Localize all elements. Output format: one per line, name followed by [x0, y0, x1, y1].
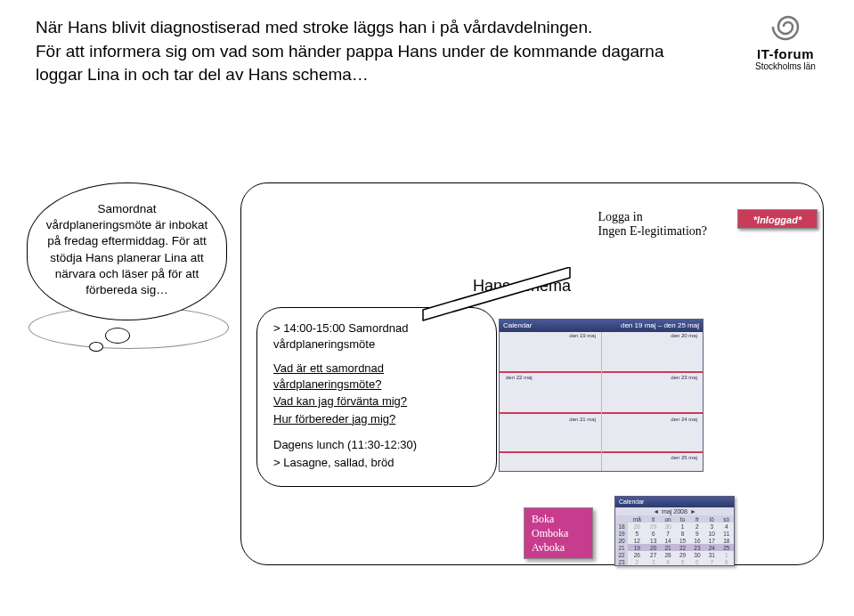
- cancel-link[interactable]: Avboka: [532, 540, 585, 555]
- faq-link-2[interactable]: Vad kan jag förvänta mig?: [273, 394, 407, 408]
- week-cal-range: den 19 maj – den 25 maj: [621, 320, 699, 332]
- logged-in-badge: *Inloggad*: [737, 209, 817, 229]
- prev-month-icon[interactable]: ◄: [653, 508, 659, 515]
- faq-link-1[interactable]: Vad är ett samordnad vårdplaneringsmöte?: [273, 361, 384, 391]
- booking-box: Boka Omboka Avboka: [524, 507, 593, 559]
- logo: IT-forum Stockholms län: [736, 9, 834, 71]
- spiral-icon: [736, 9, 834, 45]
- thought-bubble: Samordnat vårdplaneringsmöte är inbokat …: [27, 182, 227, 320]
- rebook-link[interactable]: Omboka: [532, 526, 585, 540]
- schema-callout: > 14:00-15:00 Samordnad vårdplaneringsmö…: [256, 307, 497, 487]
- month-cal-grid: måtiontofrlösö 1828293012341956789101120…: [615, 515, 734, 565]
- month-label: maj 2008: [662, 508, 687, 515]
- intro-line-1: När Hans blivit diagnostiserad med strok…: [36, 18, 592, 36]
- month-cal-title: Calendar: [615, 497, 734, 507]
- callout-appt: > 14:00-15:00 Samordnad vårdplaneringsmö…: [273, 320, 480, 352]
- no-eid-link[interactable]: Ingen E-legitimation?: [598, 224, 707, 239]
- intro-line-2: För att informera sig om vad som händer …: [36, 42, 664, 85]
- panel-title: Hans schema: [473, 277, 571, 296]
- book-link[interactable]: Boka: [532, 512, 585, 526]
- lunch-menu: > Lasagne, sallad, bröd: [273, 455, 480, 471]
- login-link[interactable]: Logga in: [598, 210, 707, 224]
- logo-title: IT-forum: [736, 46, 834, 61]
- logo-subtitle: Stockholms län: [736, 61, 834, 71]
- week-calendar[interactable]: Calendar den 19 maj – den 25 maj den 19 …: [499, 319, 704, 472]
- login-area: Logga in Ingen E-legitimation?: [598, 210, 707, 239]
- thought-tail-icon: [105, 328, 130, 344]
- week-cal-title: Calendar: [503, 320, 532, 332]
- month-cal-nav[interactable]: ◄ maj 2008 ►: [615, 507, 734, 515]
- page-intro: När Hans blivit diagnostiserad med strok…: [36, 16, 704, 87]
- thought-tail-icon: [89, 342, 103, 352]
- lunch-title: Dagens lunch (11:30-12:30): [273, 437, 480, 453]
- next-month-icon[interactable]: ►: [690, 508, 696, 515]
- week-cal-grid: den 19 maj den 20 maj den 22 maj den 23 …: [500, 332, 703, 471]
- faq-link-3[interactable]: Hur förbereder jag mig?: [273, 412, 395, 426]
- month-calendar[interactable]: Calendar ◄ maj 2008 ► måtiontofrlösö 182…: [614, 496, 735, 566]
